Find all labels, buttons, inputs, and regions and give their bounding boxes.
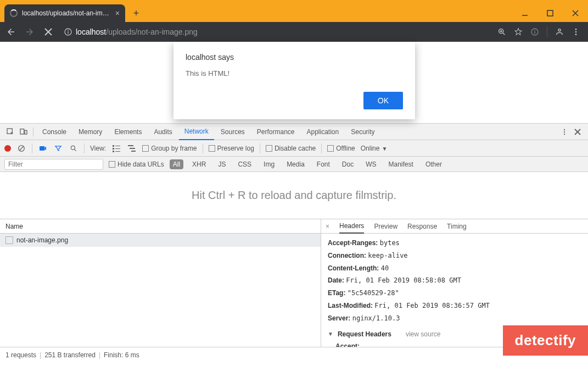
filter-manifest[interactable]: Manifest xyxy=(385,159,417,169)
filter-input[interactable] xyxy=(4,159,103,170)
tab-security[interactable]: Security xyxy=(345,124,380,140)
zoom-icon[interactable] xyxy=(497,27,506,36)
forward-button[interactable] xyxy=(23,25,36,38)
svg-point-25 xyxy=(564,133,565,134)
status-transferred: 251 B transferred xyxy=(44,351,96,359)
filter-media[interactable]: Media xyxy=(283,159,308,169)
svg-rect-15 xyxy=(534,31,535,34)
filter-font[interactable]: Font xyxy=(313,159,333,169)
new-tab-button[interactable]: + xyxy=(128,5,144,21)
request-row[interactable]: not-an-image.png xyxy=(0,234,321,247)
filter-js[interactable]: JS xyxy=(215,159,229,169)
svg-point-14 xyxy=(534,30,535,31)
group-by-frame-checkbox[interactable] xyxy=(142,145,149,152)
address-bar[interactable]: localhost/uploads/not-an-image.png xyxy=(60,24,489,40)
filter-img[interactable]: Img xyxy=(260,159,278,169)
close-window-button[interactable] xyxy=(563,4,588,22)
column-name[interactable]: Name xyxy=(0,219,321,234)
device-icon[interactable] xyxy=(18,126,30,138)
menu-icon[interactable] xyxy=(572,27,580,36)
maximize-button[interactable] xyxy=(537,4,563,22)
clear-icon[interactable] xyxy=(16,143,26,153)
tab-console[interactable]: Console xyxy=(37,124,72,140)
tab-elements[interactable]: Elements xyxy=(109,124,147,140)
camera-icon[interactable] xyxy=(38,143,48,153)
svg-rect-36 xyxy=(115,148,120,149)
svg-line-29 xyxy=(19,146,24,151)
detail-tab-headers[interactable]: Headers xyxy=(339,219,364,234)
detail-tab-response[interactable]: Response xyxy=(407,223,437,230)
profile-icon[interactable] xyxy=(555,27,564,36)
ok-button[interactable]: OK xyxy=(363,92,403,109)
offline-checkbox[interactable] xyxy=(327,145,334,152)
svg-line-10 xyxy=(503,33,505,35)
inspect-icon[interactable] xyxy=(4,126,16,138)
tab-title: localhost/uploads/not-an-image. xyxy=(22,9,111,17)
devtools-close-icon[interactable] xyxy=(572,126,584,138)
preserve-log-checkbox[interactable] xyxy=(209,145,215,152)
svg-rect-21 xyxy=(20,129,24,134)
svg-point-19 xyxy=(575,34,577,35)
view-list-icon[interactable] xyxy=(111,143,121,153)
svg-point-16 xyxy=(558,29,561,31)
svg-rect-22 xyxy=(25,130,27,134)
close-detail-icon[interactable]: × xyxy=(326,223,329,230)
filter-xhr[interactable]: XHR xyxy=(189,159,209,169)
record-button[interactable] xyxy=(4,145,11,152)
throttling-select[interactable]: Online▼ xyxy=(361,145,388,152)
hide-data-urls-checkbox[interactable] xyxy=(109,161,115,168)
svg-point-31 xyxy=(71,146,75,149)
tab-network[interactable]: Network xyxy=(179,124,214,140)
filmstrip-hint: Hit Ctrl + R to reload and capture films… xyxy=(0,172,588,219)
bookmark-icon[interactable] xyxy=(514,27,523,36)
info-icon[interactable] xyxy=(530,27,539,36)
filter-other[interactable]: Other xyxy=(422,159,445,169)
svg-rect-34 xyxy=(115,146,120,146)
filter-ws[interactable]: WS xyxy=(362,159,379,169)
detail-tab-timing[interactable]: Timing xyxy=(447,223,467,230)
close-tab-icon[interactable]: × xyxy=(115,9,120,18)
status-requests: 1 requests xyxy=(5,351,36,359)
detail-tab-preview[interactable]: Preview xyxy=(374,223,397,230)
svg-rect-38 xyxy=(115,151,120,152)
disable-cache-checkbox[interactable] xyxy=(266,145,272,152)
svg-rect-33 xyxy=(113,145,114,147)
filter-css[interactable]: CSS xyxy=(234,159,255,169)
filter-icon[interactable] xyxy=(53,143,63,153)
dialog-body: This is HTML! xyxy=(186,69,403,77)
browser-tab[interactable]: localhost/uploads/not-an-image. × xyxy=(4,4,125,22)
tab-sources[interactable]: Sources xyxy=(215,124,250,140)
request-name: not-an-image.png xyxy=(16,236,68,244)
url-host: localhost xyxy=(76,27,106,36)
svg-point-17 xyxy=(575,29,577,30)
devtools-menu-icon[interactable] xyxy=(558,126,570,138)
view-waterfall-icon[interactable] xyxy=(127,143,137,153)
svg-rect-37 xyxy=(113,151,114,152)
svg-rect-1 xyxy=(547,10,553,16)
svg-point-7 xyxy=(68,30,69,31)
filter-doc[interactable]: Doc xyxy=(339,159,357,169)
tab-memory[interactable]: Memory xyxy=(73,124,108,140)
site-info-icon[interactable] xyxy=(64,27,72,36)
svg-point-23 xyxy=(564,129,565,130)
svg-rect-39 xyxy=(128,145,133,146)
tab-performance[interactable]: Performance xyxy=(251,124,300,140)
minimize-button[interactable] xyxy=(512,4,537,22)
tab-application[interactable]: Application xyxy=(301,124,345,140)
stop-reload-button[interactable] xyxy=(42,25,55,38)
back-button[interactable] xyxy=(4,25,18,38)
filter-all[interactable]: All xyxy=(170,159,183,169)
loading-spinner-icon xyxy=(10,9,18,17)
tab-audits[interactable]: Audits xyxy=(148,124,177,140)
dialog-title: localhost says xyxy=(186,53,403,62)
svg-rect-8 xyxy=(68,31,68,34)
alert-dialog: localhost says This is HTML! OK xyxy=(173,42,415,119)
search-icon[interactable] xyxy=(69,143,79,153)
svg-point-24 xyxy=(564,131,565,132)
file-icon xyxy=(5,236,13,244)
svg-rect-30 xyxy=(40,146,44,151)
svg-rect-41 xyxy=(131,151,136,152)
svg-point-18 xyxy=(575,31,577,33)
status-finish: Finish: 6 ms xyxy=(104,351,139,359)
view-label: View: xyxy=(90,145,106,152)
